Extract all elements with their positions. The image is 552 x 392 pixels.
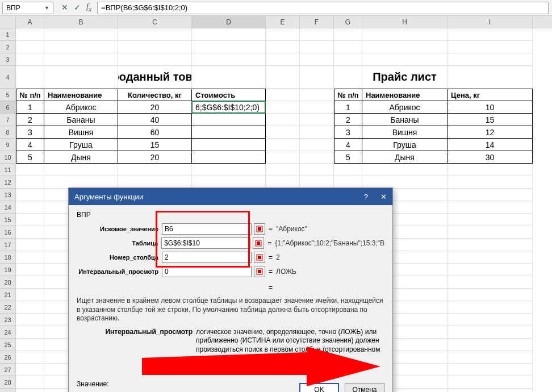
cell-A1[interactable] [16, 28, 44, 41]
cell-G3[interactable] [334, 53, 362, 66]
cell-E9[interactable] [266, 139, 300, 151]
close-icon[interactable]: ✕ [380, 193, 387, 201]
select-all-corner[interactable] [0, 16, 16, 28]
col-header-E[interactable]: E [266, 16, 300, 28]
cell-D12[interactable] [192, 176, 266, 189]
accept-formula-icon[interactable]: ✓ [74, 3, 81, 12]
cell-B3[interactable] [44, 53, 118, 66]
cell-I20[interactable] [448, 276, 533, 289]
cell-I16[interactable] [448, 226, 533, 239]
cell-B9[interactable]: Груша [44, 139, 118, 151]
cell-I24[interactable] [448, 326, 533, 339]
cell-A21[interactable] [16, 289, 44, 301]
arg-input-2[interactable]: 2 [162, 252, 252, 263]
cell-B10[interactable]: Дыня [44, 151, 118, 164]
cell-F11[interactable] [300, 164, 334, 176]
cell-F9[interactable] [300, 139, 334, 151]
cell-H1[interactable] [362, 28, 448, 41]
range-select-icon[interactable] [254, 266, 265, 277]
cell-I27[interactable] [448, 364, 533, 376]
cell-D11[interactable] [192, 164, 266, 176]
cell-E3[interactable] [266, 53, 300, 66]
cell-G6[interactable]: 1 [334, 101, 362, 114]
cell-I7[interactable]: 15 [448, 114, 533, 126]
cell-C12[interactable] [118, 176, 192, 189]
cell-G7[interactable]: 2 [334, 114, 362, 126]
cell-C8[interactable]: 60 [118, 126, 192, 139]
cell-A19[interactable] [16, 264, 44, 276]
cell-D9[interactable] [192, 139, 266, 151]
cell-H3[interactable] [362, 53, 448, 66]
cell-I3[interactable] [448, 53, 533, 66]
cell-E2[interactable] [266, 41, 300, 53]
cell-B7[interactable]: Бананы [44, 114, 118, 126]
cell-I21[interactable] [448, 289, 533, 301]
name-box[interactable]: ВПР ▼ [2, 2, 53, 14]
cell-A11[interactable] [16, 164, 44, 176]
cell-I11[interactable] [448, 164, 533, 176]
row-header-6[interactable]: 6 [0, 101, 16, 114]
row-header-24[interactable]: 24 [0, 326, 16, 339]
cell-A2[interactable] [16, 41, 44, 53]
cell-A25[interactable] [16, 339, 44, 351]
row-header-25[interactable]: 25 [0, 339, 16, 351]
cell-B12[interactable] [44, 176, 118, 189]
cell-G12[interactable] [334, 176, 362, 189]
cell-E4[interactable] [266, 66, 300, 89]
formula-input[interactable]: =ВПР(B6;$G$6:$I$10;2;0) [97, 2, 549, 14]
cell-A3[interactable] [16, 53, 44, 66]
cell-D2[interactable] [192, 41, 266, 53]
cell-F6[interactable] [300, 101, 334, 114]
cell-C9[interactable]: 15 [118, 139, 192, 151]
cell-F10[interactable] [300, 151, 334, 164]
cell-A10[interactable]: 5 [16, 151, 44, 164]
cell-D7[interactable] [192, 114, 266, 126]
cell-I28[interactable] [448, 376, 533, 389]
cell-A20[interactable] [16, 276, 44, 289]
range-select-icon[interactable] [254, 252, 265, 263]
cell-B8[interactable]: Вишня [44, 126, 118, 139]
cell-I14[interactable] [448, 201, 533, 214]
cell-C5[interactable]: Количество, кг [118, 89, 192, 101]
arg-input-1[interactable]: $G$6:$I$10 [161, 237, 250, 249]
cell-A4[interactable] [16, 66, 44, 89]
cell-H7[interactable]: Бананы [362, 114, 448, 126]
cell-I4[interactable] [448, 66, 533, 89]
cell-I25[interactable] [448, 339, 533, 351]
col-header-F[interactable]: F [300, 16, 334, 28]
cell-E8[interactable] [266, 126, 300, 139]
cell-A7[interactable]: 2 [16, 114, 44, 126]
row-header-8[interactable]: 8 [0, 126, 16, 139]
cell-A17[interactable] [16, 239, 44, 251]
cell-D6[interactable]: 6;$G$6:$I$10;2;0) [192, 101, 266, 114]
row-header-21[interactable]: 21 [0, 289, 16, 301]
cell-A12[interactable] [16, 176, 44, 189]
cell-A8[interactable]: 3 [16, 126, 44, 139]
cell-B2[interactable] [44, 41, 118, 53]
cell-F8[interactable] [300, 126, 334, 139]
cell-G9[interactable]: 4 [334, 139, 362, 151]
cell-G8[interactable]: 3 [334, 126, 362, 139]
cell-A24[interactable] [16, 326, 44, 339]
row-header-28[interactable]: 28 [0, 376, 16, 389]
col-header-G[interactable]: G [334, 16, 362, 28]
cell-F4[interactable] [300, 66, 334, 89]
cell-E5[interactable] [266, 89, 300, 101]
help-icon[interactable]: ? [364, 193, 368, 201]
row-header-13[interactable]: 13 [0, 189, 16, 201]
cell-I13[interactable] [448, 189, 533, 201]
cell-D5[interactable]: Стоимость [192, 89, 266, 101]
row-header-14[interactable]: 14 [0, 201, 16, 214]
cell-A9[interactable]: 4 [16, 139, 44, 151]
cell-A26[interactable] [16, 351, 44, 364]
cell-C10[interactable]: 20 [118, 151, 192, 164]
cell-I1[interactable] [448, 28, 533, 41]
cell-I29[interactable] [448, 389, 533, 392]
range-select-icon[interactable] [254, 223, 265, 235]
cell-F2[interactable] [300, 41, 334, 53]
cell-I15[interactable] [448, 214, 533, 226]
row-header-26[interactable]: 26 [0, 351, 16, 364]
cell-A27[interactable] [16, 364, 44, 376]
row-header-18[interactable]: 18 [0, 251, 16, 264]
cell-H2[interactable] [362, 41, 448, 53]
